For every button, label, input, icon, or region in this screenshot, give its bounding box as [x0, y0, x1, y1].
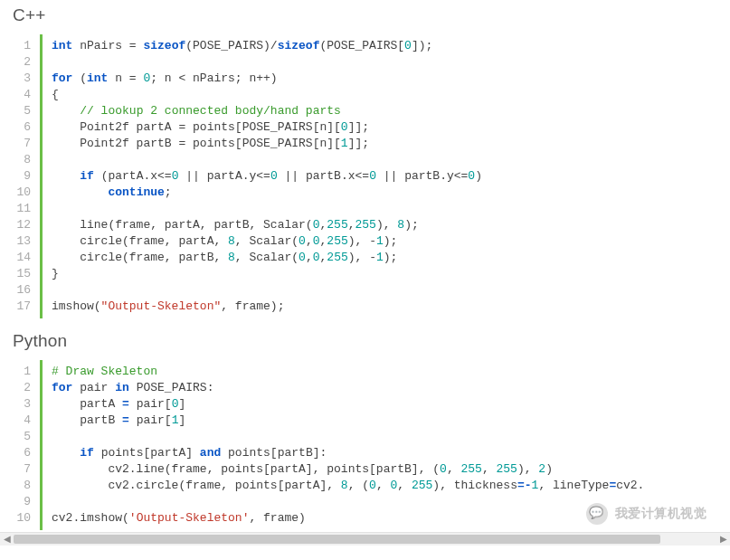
- python-line-number: 4: [13, 413, 40, 429]
- cpp-code-line: for (int n = 0; n < nPairs; n++): [52, 71, 717, 87]
- python-code-line: partB = pair[1]: [52, 413, 717, 429]
- cpp-code-line: Point2f partA = points[POSE_PAIRS[n][0]]…: [52, 119, 717, 136]
- cpp-code-line: Point2f partB = points[POSE_PAIRS[n][1]]…: [52, 136, 717, 152]
- cpp-code: int nPairs = sizeof(POSE_PAIRS)/sizeof(P…: [40, 34, 717, 318]
- scroll-left-arrow[interactable]: ◀: [0, 533, 14, 546]
- cpp-line-number: 14: [13, 250, 40, 266]
- cpp-code-line: [52, 152, 717, 168]
- cpp-code-line: [52, 54, 717, 71]
- cpp-line-number: 7: [13, 136, 40, 152]
- cpp-code-line: circle(frame, partB, 8, Scalar(0,0,255),…: [52, 250, 717, 266]
- python-heading: Python: [13, 331, 717, 351]
- python-line-number: 7: [13, 461, 40, 478]
- cpp-line-number: 17: [13, 299, 40, 315]
- cpp-heading: C++: [13, 5, 717, 25]
- scroll-thumb[interactable]: [14, 535, 660, 544]
- scroll-track[interactable]: [14, 533, 716, 546]
- python-line-number: 5: [13, 429, 40, 445]
- cpp-code-line: [52, 282, 717, 299]
- cpp-code-line: // lookup 2 connected body/hand parts: [52, 103, 717, 119]
- cpp-code-line: }: [52, 266, 717, 282]
- cpp-line-number: 12: [13, 217, 40, 233]
- python-line-number: 6: [13, 445, 40, 461]
- cpp-code-line: imshow("Output-Skeleton", frame);: [52, 299, 717, 315]
- watermark-text: 我爱计算机视觉: [615, 506, 707, 522]
- python-code-line: cv2.circle(frame, points[partA], 8, (0, …: [52, 478, 717, 494]
- python-line-number: 8: [13, 478, 40, 494]
- cpp-gutter: 1234567891011121314151617: [13, 34, 40, 318]
- python-line-number: 1: [13, 364, 40, 380]
- python-gutter: 12345678910: [13, 360, 40, 530]
- cpp-code-line: if (partA.x<=0 || partA.y<=0 || partB.x<…: [52, 168, 717, 185]
- wechat-icon: 💬: [586, 503, 608, 525]
- python-code-line: partA = pair[0]: [52, 396, 717, 413]
- python-code-line: for pair in POSE_PAIRS:: [52, 380, 717, 396]
- cpp-line-number: 5: [13, 103, 40, 119]
- python-line-number: 10: [13, 510, 40, 527]
- python-line-number: 3: [13, 396, 40, 413]
- cpp-line-number: 2: [13, 54, 40, 71]
- document-container: C++ 1234567891011121314151617 int nPairs…: [0, 5, 730, 530]
- cpp-code-line: [52, 201, 717, 217]
- cpp-code-block: 1234567891011121314151617 int nPairs = s…: [13, 34, 717, 318]
- cpp-line-number: 16: [13, 282, 40, 299]
- cpp-line-number: 11: [13, 201, 40, 217]
- scroll-right-arrow[interactable]: ▶: [716, 533, 730, 546]
- cpp-code-line: int nPairs = sizeof(POSE_PAIRS)/sizeof(P…: [52, 38, 717, 54]
- cpp-line-number: 15: [13, 266, 40, 282]
- python-code-block: 12345678910 # Draw Skeletonfor pair in P…: [13, 360, 717, 530]
- python-code-line: cv2.line(frame, points[partA], points[pa…: [52, 461, 717, 478]
- python-code-line: if points[partA] and points[partB]:: [52, 445, 717, 461]
- cpp-line-number: 10: [13, 185, 40, 201]
- cpp-code-line: continue;: [52, 185, 717, 201]
- watermark: 💬 我爱计算机视觉: [586, 503, 707, 525]
- python-code-line: [52, 429, 717, 445]
- python-line-number: 2: [13, 380, 40, 396]
- cpp-line-number: 8: [13, 152, 40, 168]
- cpp-code-line: line(frame, partA, partB, Scalar(0,255,2…: [52, 217, 717, 233]
- cpp-line-number: 6: [13, 119, 40, 136]
- cpp-code-line: circle(frame, partA, 8, Scalar(0,0,255),…: [52, 233, 717, 250]
- cpp-line-number: 4: [13, 87, 40, 103]
- cpp-line-number: 3: [13, 71, 40, 87]
- horizontal-scrollbar[interactable]: ◀ ▶: [0, 532, 730, 546]
- python-code-line: # Draw Skeleton: [52, 364, 717, 380]
- cpp-line-number: 13: [13, 233, 40, 250]
- cpp-line-number: 1: [13, 38, 40, 54]
- cpp-line-number: 9: [13, 168, 40, 185]
- python-line-number: 9: [13, 494, 40, 510]
- cpp-code-line: {: [52, 87, 717, 103]
